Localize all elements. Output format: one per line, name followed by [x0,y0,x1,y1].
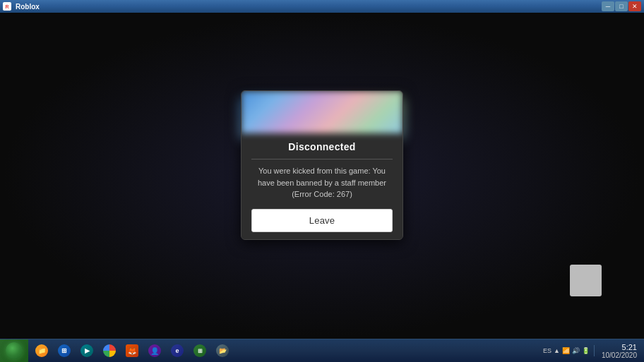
tray-chevron: ▲ [554,347,560,354]
minimize-button[interactable]: ─ [602,1,614,11]
tray-separator [594,345,595,356]
disconnected-dialog: Disconnected You were kicked from this g… [241,90,403,240]
taskbar-folder-icon[interactable]: 📁 [31,341,52,361]
clock-area[interactable]: 5:21 10/02/2020 [599,343,640,359]
tray-battery: 🔋 [582,347,590,354]
avatar-icon: 👤 [148,344,161,357]
taskbar-right: ES ▲ 📶 🔊 🔋 5:21 10/02/2020 [539,343,644,359]
taskbar-firefox-icon[interactable]: 🦊 [121,341,143,361]
taskbar-icons: 📁 ⊞ ▶ 🦊 👤 e ⊞ 📂 [28,341,539,361]
folder2-icon: 📂 [216,344,229,357]
tray-network: 📶 [562,347,570,354]
taskbar-windows-icon[interactable]: ⊞ [54,341,75,361]
title-bar-title: Roblox [14,3,602,11]
chrome-icon [103,344,116,357]
taskbar: 📁 ⊞ ▶ 🦊 👤 e ⊞ 📂 ES ▲ 📶 🔊 [0,339,644,362]
clock-date: 10/02/2020 [602,351,637,359]
dialog-title-row: Disconnected [251,140,393,159]
browser2-icon: e [171,344,184,357]
game-area: Disconnected You were kicked from this g… [0,13,644,339]
start-orb [6,342,23,359]
tray-volume: 🔊 [572,347,580,354]
windows2-icon: ⊞ [193,344,206,357]
system-tray: ES ▲ 📶 🔊 🔋 [543,347,590,354]
tray-language: ES [543,347,551,354]
start-button[interactable] [0,339,28,363]
taskbar-avatar-icon[interactable]: 👤 [144,341,165,361]
taskbar-folder2-icon[interactable]: 📂 [212,341,233,361]
title-bar-controls: ─ □ ✕ [602,1,641,11]
title-bar: R Roblox ─ □ ✕ [0,0,644,13]
firefox-icon: 🦊 [126,344,138,357]
clock-time: 5:21 [622,343,637,351]
taskbar-windows2-icon[interactable]: ⊞ [189,341,210,361]
dialog-body: Disconnected You were kicked from this g… [242,133,402,239]
dialog-overlay: Disconnected You were kicked from this g… [0,13,644,339]
leave-button[interactable]: Leave [251,209,393,232]
close-button[interactable]: ✕ [628,1,641,11]
roblox-icon: R [3,2,11,11]
taskbar-browser2-icon[interactable]: e [167,341,188,361]
dialog-title: Disconnected [288,141,355,152]
windows-icon: ⊞ [58,344,71,357]
taskbar-media-icon[interactable]: ▶ [76,341,97,361]
media-icon: ▶ [80,344,93,357]
dialog-image [242,91,402,133]
taskbar-chrome-icon[interactable] [99,341,120,361]
folder-icon: 📁 [35,344,48,357]
dialog-message: You were kicked from this game: You have… [251,165,393,200]
maximize-button[interactable]: □ [615,1,628,11]
